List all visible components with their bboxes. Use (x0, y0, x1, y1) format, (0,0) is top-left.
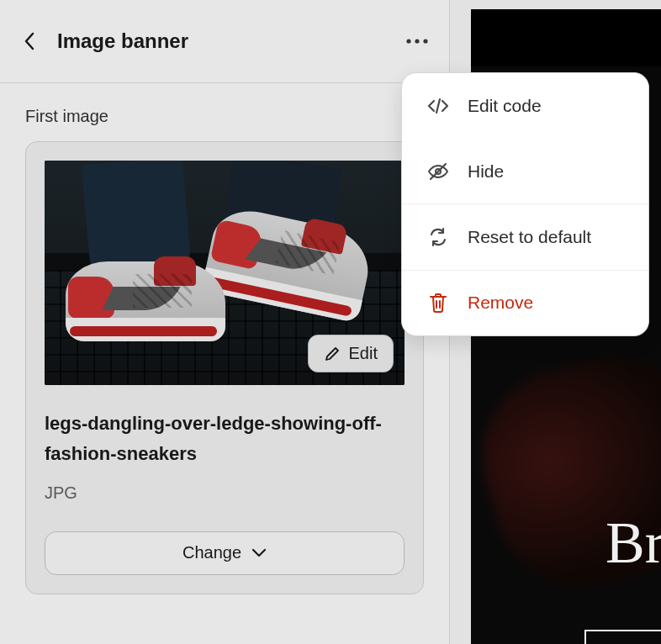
image-preview[interactable]: Edit (45, 161, 405, 385)
change-image-button[interactable]: Change (45, 531, 405, 575)
preview-button-outline[interactable] (584, 630, 661, 644)
menu-item-reset[interactable]: Reset to default (402, 204, 648, 270)
menu-label: Reset to default (468, 227, 591, 247)
more-actions-button[interactable] (400, 24, 434, 58)
image-filename: legs-dangling-over-ledge-showing-off-fas… (45, 409, 405, 470)
header: Image banner (0, 0, 449, 83)
back-button[interactable] (15, 28, 42, 55)
reset-icon (427, 226, 449, 248)
image-extension: JPG (45, 483, 405, 503)
content: First image (0, 83, 449, 618)
section-label: First image (25, 107, 424, 126)
pencil-icon (324, 346, 341, 362)
code-icon (427, 95, 449, 117)
trash-icon (427, 292, 449, 314)
menu-item-edit-code[interactable]: Edit code (402, 73, 648, 139)
menu-item-remove[interactable]: Remove (402, 270, 648, 335)
context-menu: Edit code Hide Reset to default Remove (401, 72, 649, 336)
chevron-left-icon (24, 32, 34, 50)
svg-point-1 (415, 39, 419, 43)
image-card: Edit legs-dangling-over-ledge-showing-of… (25, 141, 424, 594)
svg-point-2 (423, 39, 427, 43)
menu-label: Hide (468, 161, 504, 182)
editor-sidebar: Image banner First image (0, 0, 450, 644)
menu-label: Edit code (468, 96, 542, 116)
chevron-down-icon (251, 548, 267, 557)
dots-horizontal-icon (406, 39, 428, 44)
change-label: Change (182, 543, 241, 562)
menu-label: Remove (468, 293, 533, 313)
preview-heading: Br (605, 509, 661, 577)
edit-image-button[interactable]: Edit (308, 335, 394, 372)
eye-off-icon (427, 161, 449, 182)
page-title: Image banner (57, 29, 385, 53)
menu-item-hide[interactable]: Hide (402, 139, 648, 204)
edit-label: Edit (349, 344, 378, 363)
svg-point-0 (406, 39, 410, 43)
